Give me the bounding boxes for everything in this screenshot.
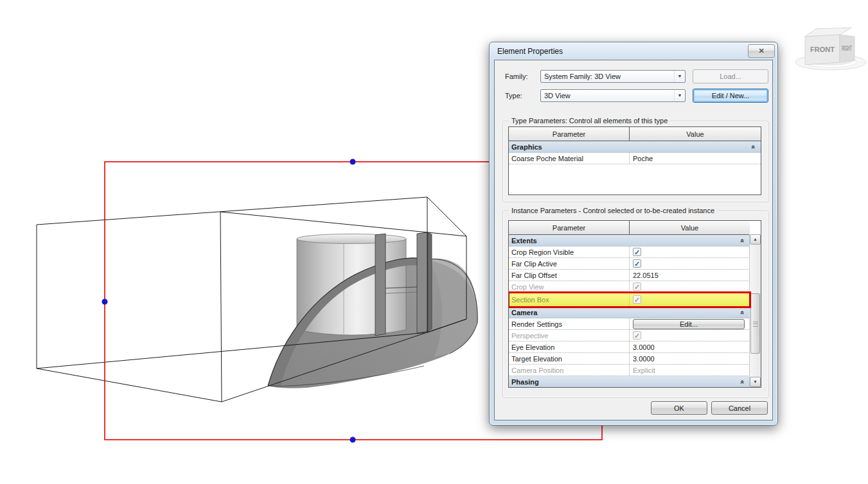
cylinder-body[interactable] [297,239,406,335]
type-parameters-group-label: Type Parameters: Control all elements of… [509,117,670,125]
scrollbar-thumb[interactable] [750,293,760,354]
collapse-chevron-icon[interactable]: « [739,310,747,314]
box-edge[interactable] [220,212,222,402]
box-edge[interactable] [37,368,222,402]
chevron-down-icon[interactable]: ▼ [674,90,685,101]
chevron-down-icon[interactable]: ▼ [674,71,685,82]
box-edge[interactable] [220,212,466,236]
param-label: Camera Position [509,365,630,376]
param-row-crop-region-visible[interactable]: Crop Region Visible✓ [509,246,750,258]
param-group-graphics[interactable]: Graphics« [509,141,761,153]
param-value-cell[interactable]: ✓ [630,246,750,257]
type-parameters-rows: Graphics«Coarse Poche MaterialPoche [509,141,761,164]
fin-left[interactable] [375,234,385,336]
param-row-crop-view[interactable]: Crop View✓ [509,281,750,293]
param-label: Coarse Poche Material [509,153,630,164]
column-header-parameter[interactable]: Parameter [509,127,630,141]
column-header-value[interactable]: Value [630,127,761,141]
viewcube[interactable]: FRONT RIGHT [795,28,866,70]
param-label: Render Settings [509,318,630,329]
checkbox-crop-region-visible[interactable]: ✓ [633,248,641,256]
param-value-text: Explicit [633,367,655,374]
fin-right-side [428,232,432,331]
param-row-far-clip-active[interactable]: Far Clip Active✓ [509,258,750,270]
param-label: Section Box [509,293,630,306]
group-label: Camera [511,309,537,316]
param-label: Target Elevation [509,353,630,364]
param-row-coarse-poche-material[interactable]: Coarse Poche MaterialPoche [509,153,761,164]
instance-parameters-table: Parameter Value Extents«Crop Region Visi… [508,220,761,388]
scroll-up-icon[interactable]: ▲ [750,234,761,245]
instance-parameters-rows: Extents«Crop Region Visible✓Far Clip Act… [509,235,750,388]
render-settings-edit-button[interactable]: Edit... [633,319,745,329]
param-group-camera[interactable]: Camera« [509,307,750,318]
param-value-cell[interactable]: ✓ [630,258,750,269]
param-label: Far Clip Offset [509,270,630,281]
close-icon[interactable]: ✕ [748,44,775,58]
param-row-camera-position[interactable]: Camera PositionExplicit [509,365,750,376]
param-label: Crop View [509,281,630,292]
param-value-cell[interactable]: 3.0000 [630,353,750,364]
param-value-cell[interactable]: ✓ [630,293,750,306]
edit-new-button[interactable]: Edit / New... [693,89,768,103]
param-row-far-clip-offset[interactable]: Far Clip Offset22.0515 [509,270,750,281]
param-value-cell[interactable]: Explicit [630,365,750,376]
cylinder-top-face [297,234,406,244]
param-value-text: 3.0000 [633,343,655,351]
param-value-cell[interactable]: Poche [630,153,761,164]
box-edge[interactable] [37,197,427,225]
param-row-target-elevation[interactable]: Target Elevation3.0000 [509,353,750,365]
load-button[interactable]: Load... [693,69,768,83]
crop-handle-top[interactable] [350,159,356,165]
vertical-scrollbar[interactable]: ▲ ▼ [749,234,761,387]
param-value-text: 3.0000 [633,355,655,363]
table-header: Parameter Value [509,127,761,141]
checkbox-perspective: ✓ [633,331,641,340]
thumb-grip [753,322,758,327]
family-dropdown-value: System Family: 3D View [541,73,674,80]
group-label: Graphics [511,143,542,151]
fin-right[interactable] [417,232,428,333]
family-dropdown[interactable]: System Family: 3D View ▼ [540,70,686,83]
param-value-text: Poche [633,155,653,162]
param-value-cell[interactable]: ✓ [630,281,750,292]
param-label: Perspective [509,330,630,341]
param-row-eye-elevation[interactable]: Eye Elevation3.0000 [509,341,750,353]
param-row-section-box[interactable]: Section Box✓ [509,293,750,307]
table-header: Parameter Value [509,221,750,235]
group-label: Phasing [511,378,539,386]
param-value-cell[interactable]: ✓ [630,330,750,341]
box-edge[interactable] [427,197,466,236]
checkbox-crop-view: ✓ [633,282,641,291]
collapse-chevron-icon[interactable]: « [739,238,747,242]
param-value-cell[interactable]: 22.0515 [630,270,750,281]
param-value-cell[interactable]: Edit... [630,318,750,329]
crop-handle-left[interactable] [102,299,108,305]
cancel-button[interactable]: Cancel [711,401,768,415]
scroll-down-icon[interactable]: ▼ [750,377,761,387]
collapse-chevron-icon[interactable]: « [750,144,757,148]
type-dropdown-value: 3D View [541,92,674,99]
param-row-render-settings[interactable]: Render SettingsEdit... [509,318,750,330]
column-header-parameter[interactable]: Parameter [509,221,630,234]
type-dropdown[interactable]: 3D View ▼ [540,89,686,102]
param-label: Far Clip Active [509,258,630,269]
dialog-title: Element Properties [497,47,563,56]
param-label: Crop Region Visible [509,246,630,257]
viewcube-right-label[interactable]: RIGHT [842,45,852,52]
column-header-value[interactable]: Value [630,221,750,234]
ok-button[interactable]: OK [651,401,707,415]
param-value-text: 22.0515 [633,272,659,279]
group-label: Extents [511,237,537,245]
checkbox-far-clip-active[interactable]: ✓ [633,259,641,268]
crop-handle-bottom[interactable] [350,437,356,443]
param-label: Eye Elevation [509,341,630,352]
type-parameters-table: Parameter Value Graphics«Coarse Poche Ma… [508,126,761,195]
param-group-extents[interactable]: Extents« [509,235,750,246]
param-row-perspective[interactable]: Perspective✓ [509,330,750,341]
param-group-phasing[interactable]: Phasing« [509,376,750,388]
dialog-client-area: Family: System Family: 3D View ▼ Load...… [494,60,773,420]
collapse-chevron-icon[interactable]: « [739,379,747,383]
viewcube-front-label[interactable]: FRONT [810,46,835,53]
param-value-cell[interactable]: 3.0000 [630,341,750,352]
